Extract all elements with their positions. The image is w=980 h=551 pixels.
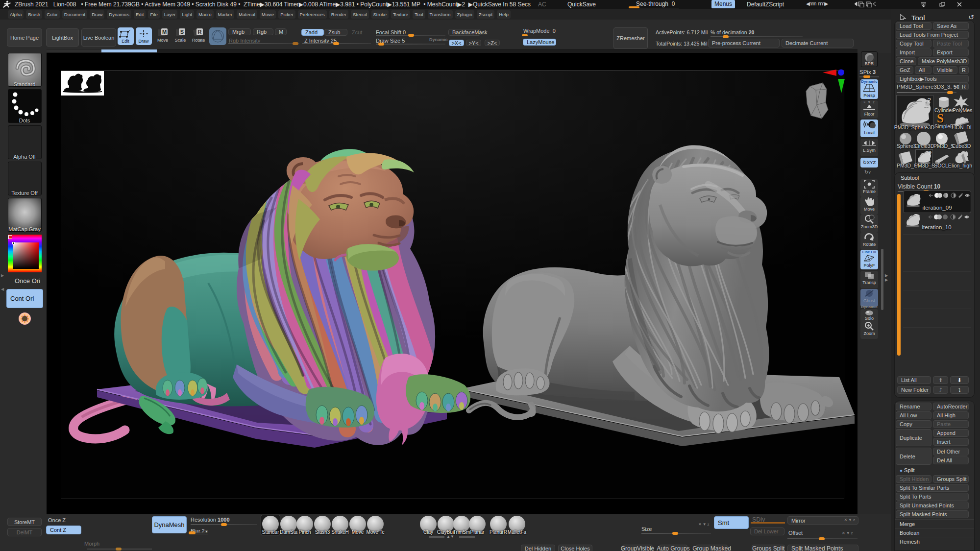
svg-text:M: M xyxy=(162,29,167,35)
svg-text:Edit: Edit xyxy=(122,39,129,44)
svg-text:BPR: BPR xyxy=(865,61,874,66)
svg-text:Move: Move xyxy=(157,38,168,43)
svg-text:R: R xyxy=(198,29,202,35)
svg-text:Rotate: Rotate xyxy=(192,38,205,43)
svg-text:Draw: Draw xyxy=(138,39,149,44)
svg-text:S: S xyxy=(180,29,184,35)
svg-text:Scale: Scale xyxy=(175,38,186,43)
